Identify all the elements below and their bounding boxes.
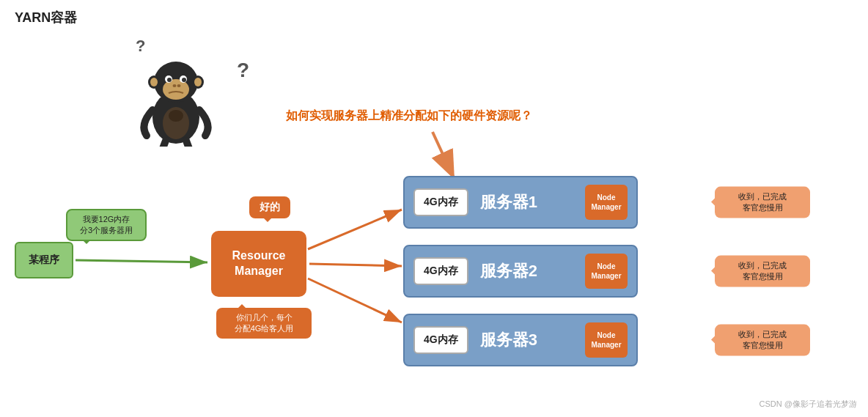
memory-box-2: 4G内存 xyxy=(413,257,468,285)
svg-point-21 xyxy=(169,110,183,122)
server-block-2: 4G内存 服务器2 NodeManager xyxy=(403,245,638,298)
monkey-illustration: ? ? xyxy=(132,29,249,161)
response-bubble-3: 收到，已完成客官您慢用 xyxy=(715,325,810,356)
server-name-3: 服务器3 xyxy=(480,329,573,351)
svg-point-18 xyxy=(150,78,158,86)
svg-point-15 xyxy=(173,84,177,87)
svg-point-16 xyxy=(177,84,181,87)
server-row-2: 4G内存 服务器2 NodeManager 收到，已完成客官您慢用 xyxy=(403,245,682,298)
server-block-3: 4G内存 服务器3 NodeManager xyxy=(403,314,638,366)
nimen-bubble: 你们几个，每个分配4G给客人用 xyxy=(216,308,312,339)
resource-manager-box: ResourceManager xyxy=(211,231,306,297)
svg-line-6 xyxy=(308,278,402,322)
server-block-1: 4G内存 服务器1 NodeManager xyxy=(403,176,638,229)
svg-line-3 xyxy=(76,260,207,262)
server-row-1: 4G内存 服务器1 NodeManager 收到，已完成客官您慢用 xyxy=(403,176,682,229)
question-label: 如何实现服务器上精准分配如下的硬件资源呢？ xyxy=(286,108,532,124)
hao-de-bubble: 好的 xyxy=(249,196,290,218)
node-manager-2: NodeManager xyxy=(585,254,628,289)
question-mark-icon-1: ? xyxy=(136,37,145,56)
page-title: YARN容器 xyxy=(15,9,77,26)
question-mark-icon-2: ? xyxy=(237,59,249,82)
memory-box-3: 4G内存 xyxy=(413,326,468,354)
servers-area: 4G内存 服务器1 NodeManager 收到，已完成客官您慢用 4G内存 服… xyxy=(403,176,682,366)
node-manager-1: NodeManager xyxy=(585,185,628,220)
svg-point-20 xyxy=(194,78,202,86)
node-manager-3: NodeManager xyxy=(585,322,628,358)
server-name-1: 服务器1 xyxy=(480,191,573,213)
svg-line-5 xyxy=(309,264,402,266)
svg-point-14 xyxy=(182,78,186,82)
server-row-3: 4G内存 服务器3 NodeManager 收到，已完成客官您慢用 xyxy=(403,314,682,366)
svg-point-13 xyxy=(167,78,172,82)
svg-line-4 xyxy=(308,210,402,249)
program-speech-bubble: 我要12G内存分3个服务器用 xyxy=(66,209,147,241)
memory-box-1: 4G内存 xyxy=(413,188,468,216)
response-bubble-2: 收到，已完成客官您慢用 xyxy=(715,256,810,287)
server-name-2: 服务器2 xyxy=(480,260,573,282)
program-box: 某程序 xyxy=(15,242,73,278)
response-bubble-1: 收到，已完成客官您慢用 xyxy=(715,187,810,218)
watermark: CSDN @像影子追着光梦游 xyxy=(760,399,857,410)
